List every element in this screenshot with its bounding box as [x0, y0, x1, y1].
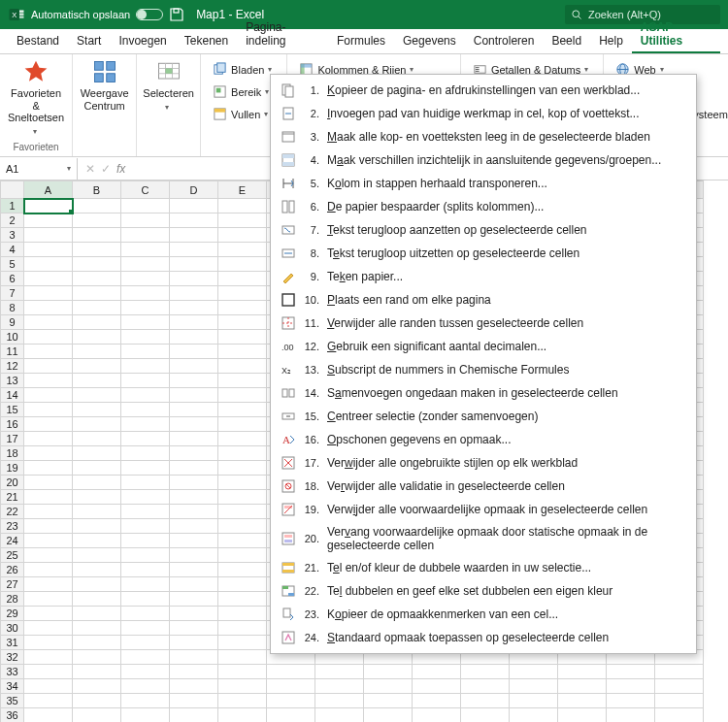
- column-header[interactable]: B: [73, 181, 121, 199]
- cell[interactable]: [73, 446, 121, 461]
- cell[interactable]: [121, 665, 170, 679]
- cell[interactable]: [413, 694, 461, 708]
- cell[interactable]: [73, 665, 121, 679]
- cell[interactable]: [24, 417, 73, 432]
- cell[interactable]: [364, 708, 413, 723]
- cell[interactable]: [170, 519, 218, 534]
- cell[interactable]: [73, 199, 121, 213]
- cell[interactable]: [73, 548, 121, 563]
- cell[interactable]: [73, 330, 121, 345]
- favorieten-sneltoetsen-button[interactable]: Favorieten &Sneltoetsen ▾: [8, 58, 64, 137]
- column-header[interactable]: D: [170, 181, 218, 199]
- cell[interactable]: [24, 577, 73, 592]
- opmaak-item-19[interactable]: 19.Verwijder alle voorwaardelijke opmaak…: [271, 498, 696, 521]
- cell[interactable]: [73, 213, 121, 228]
- cell[interactable]: [558, 665, 607, 679]
- cell[interactable]: [170, 286, 218, 301]
- autosave-toggle[interactable]: [136, 9, 163, 20]
- tab-gegevens[interactable]: Gegevens: [394, 30, 465, 53]
- cell[interactable]: [461, 665, 510, 679]
- cell[interactable]: [24, 621, 73, 636]
- cell[interactable]: [170, 636, 218, 650]
- cancel-formula-icon[interactable]: ✕: [85, 162, 95, 176]
- cell[interactable]: [73, 534, 121, 548]
- row-header[interactable]: 27: [1, 577, 24, 592]
- cell[interactable]: [24, 548, 73, 563]
- cell[interactable]: [24, 286, 73, 301]
- cell[interactable]: [170, 650, 218, 665]
- cell[interactable]: [218, 607, 267, 621]
- cell[interactable]: [121, 621, 170, 636]
- cell[interactable]: [218, 665, 267, 679]
- opmaak-item-3[interactable]: 3.Maak alle kop- en voetteksten leeg in …: [271, 125, 696, 148]
- cell[interactable]: [121, 519, 170, 534]
- cell[interactable]: [24, 345, 73, 359]
- opmaak-item-8[interactable]: 8.Tekst terugloop uitzetten op geselecte…: [271, 242, 696, 265]
- cell[interactable]: [655, 694, 704, 708]
- opmaak-item-5[interactable]: 5.Kolom in stappen herhaald transponeren…: [271, 172, 696, 195]
- tab-invoegen[interactable]: Invoegen: [110, 30, 175, 53]
- row-header[interactable]: 18: [1, 446, 24, 461]
- cell[interactable]: [170, 403, 218, 417]
- cell[interactable]: [170, 243, 218, 257]
- cell[interactable]: [24, 199, 73, 213]
- cell[interactable]: [170, 388, 218, 403]
- row-header[interactable]: 6: [1, 272, 24, 286]
- cell[interactable]: [607, 708, 655, 723]
- cell[interactable]: [24, 490, 73, 505]
- cell[interactable]: [24, 403, 73, 417]
- cell[interactable]: [315, 665, 364, 679]
- cell[interactable]: [73, 345, 121, 359]
- cell[interactable]: [170, 534, 218, 548]
- column-header[interactable]: E: [218, 181, 267, 199]
- cell[interactable]: [73, 461, 121, 476]
- row-header[interactable]: 4: [1, 243, 24, 257]
- cell[interactable]: [218, 694, 267, 708]
- cell[interactable]: [607, 665, 655, 679]
- cell[interactable]: [315, 708, 364, 723]
- cell[interactable]: [218, 708, 267, 723]
- cell[interactable]: [607, 694, 655, 708]
- cell[interactable]: [121, 243, 170, 257]
- cell[interactable]: [73, 621, 121, 636]
- cell[interactable]: [121, 417, 170, 432]
- row-header[interactable]: 35: [1, 694, 24, 708]
- row-header[interactable]: 36: [1, 708, 24, 723]
- opmaak-item-1[interactable]: 1.Kopieer de pagina- en afdrukinstelling…: [271, 79, 696, 102]
- cell[interactable]: [121, 476, 170, 490]
- select-all-corner[interactable]: [1, 181, 24, 199]
- tab-tekenen[interactable]: Tekenen: [176, 30, 237, 53]
- cell[interactable]: [73, 243, 121, 257]
- cell[interactable]: [24, 432, 73, 446]
- cell[interactable]: [170, 577, 218, 592]
- cell[interactable]: [121, 345, 170, 359]
- cell[interactable]: [24, 607, 73, 621]
- tab-beeld[interactable]: Beeld: [543, 30, 590, 53]
- cell[interactable]: [218, 228, 267, 243]
- cell[interactable]: [121, 388, 170, 403]
- cell[interactable]: [24, 636, 73, 650]
- cell[interactable]: [121, 403, 170, 417]
- cell[interactable]: [121, 607, 170, 621]
- cell[interactable]: [121, 534, 170, 548]
- row-header[interactable]: 30: [1, 621, 24, 636]
- cell[interactable]: [218, 548, 267, 563]
- cell[interactable]: [170, 621, 218, 636]
- cell[interactable]: [170, 417, 218, 432]
- cell[interactable]: [24, 359, 73, 374]
- cell[interactable]: [73, 228, 121, 243]
- cell[interactable]: [218, 461, 267, 476]
- opmaak-item-15[interactable]: 15.Centreer selectie (zonder samenvoegen…: [271, 405, 696, 428]
- cell[interactable]: [24, 592, 73, 607]
- cell[interactable]: [170, 272, 218, 286]
- bereik-menu[interactable]: Bereik ▾: [209, 82, 279, 101]
- bladen-menu[interactable]: Bladen ▾: [209, 60, 279, 79]
- cell[interactable]: [218, 650, 267, 665]
- cell[interactable]: [170, 548, 218, 563]
- cell[interactable]: [24, 301, 73, 315]
- cell[interactable]: [510, 679, 558, 694]
- cell[interactable]: [121, 286, 170, 301]
- cell[interactable]: [73, 650, 121, 665]
- cell[interactable]: [267, 694, 315, 708]
- cell[interactable]: [170, 607, 218, 621]
